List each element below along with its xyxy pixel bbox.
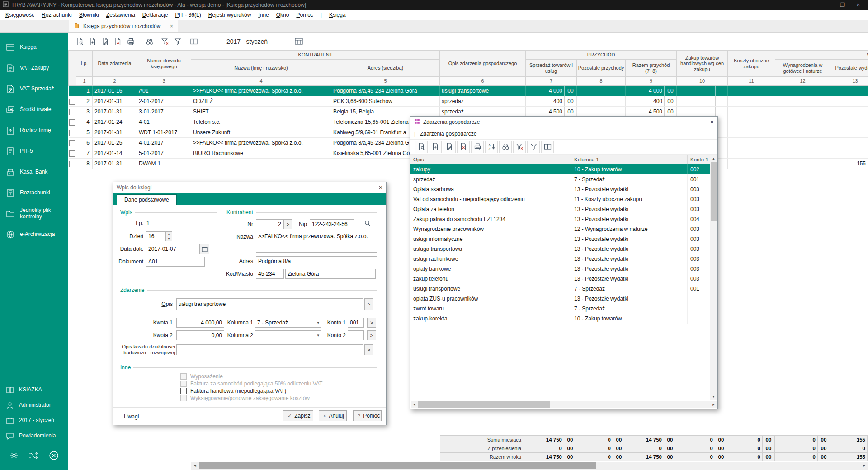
menu-deklaracje[interactable]: Deklaracje	[139, 10, 172, 19]
col-header-sprzedaz[interactable]: Sprzedaż towarów i usług	[526, 60, 577, 77]
scrollbar-track[interactable]	[418, 401, 710, 408]
col-header-pozostale-przychody[interactable]: Pozostałe przychody	[577, 60, 626, 77]
menu-rozrachunki[interactable]: Rozrachunki	[38, 10, 75, 19]
row-checkbox[interactable]	[69, 99, 75, 105]
kwota2-input[interactable]: 0,00	[176, 330, 224, 340]
konto2-browse-icon[interactable]: >	[367, 330, 376, 340]
sidebar-item-srodki-trwale[interactable]: Środki trwałe	[0, 99, 68, 120]
kwota1-input[interactable]: 4 000,00	[176, 318, 224, 328]
menu-pit36l[interactable]: PIT - 36(L)	[172, 10, 205, 19]
columns-icon[interactable]	[541, 141, 554, 153]
menu-zestawienia[interactable]: Zestawienia	[103, 10, 139, 19]
filter-icon[interactable]	[527, 141, 540, 153]
row-checkbox[interactable]	[69, 150, 75, 157]
tab-ksiega-przychodow[interactable]: Księga przychodów i rozchodów ×	[69, 20, 178, 32]
event-row[interactable]: Opłata za telefon 13 - Pozostałe wydatki…	[410, 204, 711, 214]
col-header-wynagrodzenia[interactable]: Wynagrodzenia w gotówce i naturze	[775, 60, 830, 77]
tab-close-icon[interactable]: ×	[170, 23, 173, 29]
delete-event-icon[interactable]	[457, 141, 470, 153]
sidebar-status-ksiazka[interactable]: KSIAZKA	[0, 382, 68, 398]
opis-browse-icon[interactable]: >	[364, 298, 373, 310]
scroll-right-icon[interactable]: ►	[710, 403, 717, 406]
table-row[interactable]: 2 2017-01-31 2-01-2017 ODZIEŻ PCK 3,66-6…	[69, 96, 868, 107]
print-icon[interactable]	[471, 141, 484, 153]
events-col-opis[interactable]: Opis	[410, 155, 571, 164]
save-button[interactable]: ✓ Zapisz	[283, 410, 313, 421]
new-entry-icon[interactable]	[86, 35, 99, 48]
tab-dane-podstawowe[interactable]: Dane podstawowe	[117, 194, 177, 205]
filter-icon[interactable]	[171, 35, 184, 48]
col-header-adres[interactable]: Adres (siedziba)	[331, 60, 440, 77]
sidebar-item-earchiwizacja[interactable]: e-Archiwizacja	[0, 224, 68, 245]
event-row[interactable]: zakup-korekta 10 - Zakup towarów	[410, 314, 711, 324]
uwagi-link[interactable]: Uwagi	[124, 414, 139, 420]
menu-ksiegowosc[interactable]: Księgowość	[2, 10, 38, 19]
preview-event-icon[interactable]	[415, 141, 428, 153]
delete-entry-icon[interactable]	[112, 35, 124, 48]
scrollbar-track[interactable]	[199, 462, 860, 470]
menu-rejestr-wydrukow[interactable]: Rejestr wydruków	[205, 10, 255, 19]
data-dok-input[interactable]: 2017-01-07	[146, 244, 199, 254]
col-header-koszty[interactable]: Koszty uboczne zakupu	[728, 51, 775, 77]
dzien-stepper[interactable]: ▲▼	[166, 231, 172, 241]
events-horizontal-scrollbar[interactable]: ◄ ►	[411, 401, 717, 408]
event-row[interactable]: Vat od samochodu - niepodlegający odlicz…	[410, 194, 711, 204]
checkbox-box[interactable]	[180, 395, 187, 401]
table-row[interactable]: 3 2017-01-31 3-01-2017 SHIFT Belgia 15, …	[69, 107, 868, 117]
checkbox-box[interactable]	[180, 388, 187, 394]
new-event-icon[interactable]	[429, 141, 442, 153]
kolumna1-select[interactable]: 7 - Sprzedaż▾	[255, 318, 321, 328]
row-checkbox[interactable]	[69, 109, 75, 115]
dialog-close-icon[interactable]: ×	[710, 118, 714, 126]
event-row[interactable]: usługi transportowe 7 - Sprzedaż 001	[410, 284, 711, 294]
find-binoculars-icon[interactable]	[143, 35, 156, 48]
sidebar-item-kasa-bank[interactable]: Kasa, Bank	[0, 162, 68, 183]
opis-kosztu-browse-icon[interactable]: >	[364, 344, 373, 355]
row-checkbox[interactable]	[69, 130, 75, 136]
col-header-razem-przychod[interactable]: Razem przychód (7+8)	[626, 60, 677, 77]
scroll-up-icon[interactable]: ▲	[710, 155, 717, 162]
event-row[interactable]: Opłata skarbowa 13 - Pozostałe wydatki 0…	[410, 184, 711, 194]
sidebar-item-rozlicz-firme[interactable]: Rozlicz firmę	[0, 120, 68, 141]
scroll-right-icon[interactable]: ►	[860, 464, 868, 468]
sidebar-status-notifications[interactable]: Powiadomienia	[0, 428, 68, 444]
sidebar-status-user[interactable]: Administrator	[0, 398, 68, 413]
nazwa-textarea[interactable]: >>FALKO<< firma przewozowa. Spółka z.o.o…	[256, 232, 377, 253]
col-header-pozostale-wydatki[interactable]: Pozostałe wydatki	[830, 60, 868, 77]
help-button[interactable]: ? Pomoc	[353, 410, 382, 421]
col-header-data[interactable]: Data zdarzenia	[93, 51, 137, 77]
event-row[interactable]: Wynagrodzenie pracowników 12 - Wynagrodz…	[410, 224, 711, 234]
event-row[interactable]: usługi rachunkowe 13 - Pozostałe wydatki…	[410, 254, 711, 264]
event-row[interactable]: usługi informatyczne 13 - Pozostałe wyda…	[410, 234, 711, 244]
row-checkbox[interactable]	[69, 161, 75, 167]
events-col-konto[interactable]: Konto 1	[688, 155, 711, 164]
clear-filter-icon[interactable]	[513, 141, 526, 153]
sidebar-status-period[interactable]: 2017 - styczeń	[0, 413, 68, 428]
cancel-button[interactable]: × Anuluj	[319, 410, 347, 421]
col-header-opis[interactable]: Opis zdarzenia gospodarczego	[440, 51, 526, 77]
event-row[interactable]: sprzedaż 7 - Sprzedaż 001	[410, 174, 711, 184]
dialog-title-bar[interactable]: Wpis do księgi ×	[113, 182, 386, 193]
print-icon[interactable]	[124, 35, 137, 48]
preview-entry-icon[interactable]	[74, 35, 86, 48]
minimize-icon[interactable]: ─	[825, 0, 829, 10]
menu-ksiega[interactable]: Księga	[326, 10, 349, 19]
konto1-input[interactable]: 001	[348, 318, 364, 328]
events-col-kolumna[interactable]: Kolumna 1	[571, 155, 688, 164]
sidebar-item-pit5[interactable]: PIT-5	[0, 141, 68, 162]
sidebar-item-vat-sprzedaz[interactable]: VAT-Sprzedaż	[0, 79, 68, 99]
event-row[interactable]: usługa transportowa 13 - Pozostałe wydat…	[410, 244, 711, 254]
scroll-left-icon[interactable]: ◄	[411, 403, 418, 406]
close-circle-icon[interactable]	[48, 450, 60, 463]
settings-gear-icon[interactable]	[9, 450, 19, 463]
opis-kosztu-input[interactable]	[176, 344, 363, 355]
sidebar-item-ksiega[interactable]: Księga	[0, 37, 68, 58]
scrollbar-thumb[interactable]	[418, 401, 550, 408]
columns-book-icon[interactable]	[188, 35, 200, 48]
horizontal-scrollbar[interactable]: ◄ ►	[191, 462, 868, 470]
sort-az-icon[interactable]: AZ	[485, 141, 498, 153]
clear-filter-icon[interactable]	[159, 35, 171, 48]
event-row[interactable]: Zakup paliwa do samochodu FZI 1234 13 - …	[410, 214, 711, 224]
dialog-subtab[interactable]: | Zdarzenia gospodarcze	[410, 128, 717, 140]
shuffle-arrows-icon[interactable]	[28, 450, 39, 463]
